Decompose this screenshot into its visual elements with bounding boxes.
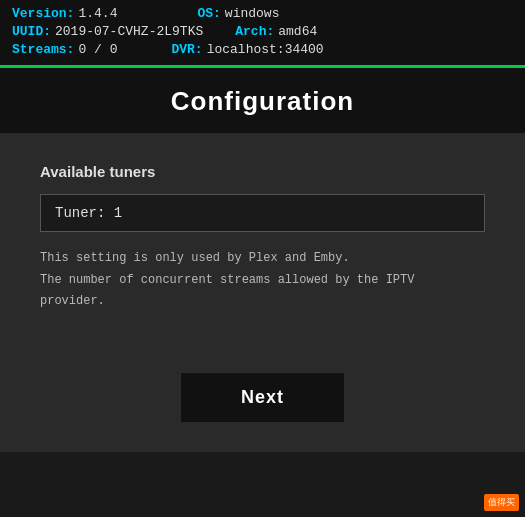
uuid-label: UUID:	[12, 24, 51, 39]
tuner-select[interactable]: Tuner: 1 Tuner: 2 Tuner: 3 Tuner: 4 Tune…	[40, 194, 485, 232]
version-label: Version:	[12, 6, 74, 21]
arch-value: amd64	[278, 24, 317, 39]
streams-label: Streams:	[12, 42, 74, 57]
title-section: Configuration	[0, 68, 525, 133]
content-area: Available tuners Tuner: 1 Tuner: 2 Tuner…	[0, 133, 525, 452]
version-value: 1.4.4	[78, 6, 117, 21]
dvr-value: localhost:34400	[207, 42, 324, 57]
streams-value: 0 / 0	[78, 42, 117, 57]
arch-label: Arch:	[235, 24, 274, 39]
os-label: OS:	[197, 6, 220, 21]
description-line1: This setting is only used by Plex and Em…	[40, 248, 485, 270]
os-value: windows	[225, 6, 280, 21]
uuid-value: 2019-07-CVHZ-2L9TKS	[55, 24, 203, 39]
section-label: Available tuners	[40, 163, 485, 180]
dvr-label: DVR:	[171, 42, 202, 57]
description-line2: The number of concurrent streams allowed…	[40, 270, 485, 313]
page-title: Configuration	[0, 86, 525, 117]
header-bar: Version: 1.4.4 OS: windows UUID: 2019-07…	[0, 0, 525, 68]
next-button[interactable]: Next	[181, 373, 344, 422]
description-text: This setting is only used by Plex and Em…	[40, 248, 485, 313]
watermark: 值得买	[484, 494, 519, 511]
